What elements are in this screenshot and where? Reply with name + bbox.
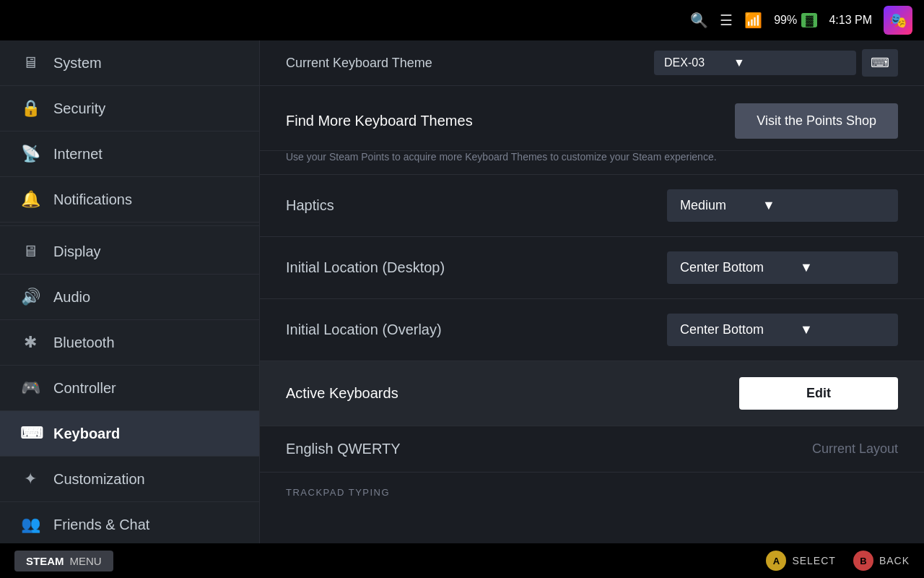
sidebar-item-audio[interactable]: 🔊 Audio bbox=[0, 275, 259, 320]
bluetooth-icon: ✱ bbox=[20, 333, 40, 352]
haptics-label: Haptics bbox=[286, 197, 334, 214]
find-more-row: Find More Keyboard Themes Visit the Poin… bbox=[260, 86, 924, 151]
initial-location-overlay-arrow-icon: ▼ bbox=[800, 322, 813, 337]
find-more-label: Find More Keyboard Themes bbox=[286, 113, 473, 129]
sidebar-item-system-label: System bbox=[53, 55, 102, 72]
bottom-controls: A SELECT B BACK bbox=[766, 551, 910, 571]
search-icon[interactable]: 🔍 bbox=[690, 12, 708, 29]
keyboard-theme-label: Current Keyboard Theme bbox=[286, 56, 432, 71]
b-button[interactable]: B bbox=[853, 551, 873, 571]
back-label: BACK bbox=[879, 555, 910, 566]
steam-menu-button[interactable]: STEAM MENU bbox=[14, 551, 113, 571]
battery-icon: ▓ bbox=[801, 13, 817, 27]
dropdown-arrow-icon: ▼ bbox=[733, 56, 745, 69]
haptics-row: Haptics Medium ▼ bbox=[260, 175, 924, 237]
signal-icon: 📶 bbox=[744, 12, 762, 29]
initial-location-overlay-dropdown[interactable]: Center Bottom ▼ bbox=[667, 314, 898, 346]
sidebar-divider bbox=[0, 225, 259, 226]
internet-icon: 📡 bbox=[20, 144, 40, 163]
keyboard-theme-dropdown[interactable]: DEX-03 ▼ bbox=[654, 51, 856, 75]
initial-location-overlay-value: Center Bottom bbox=[680, 322, 764, 337]
sidebar-item-security-label: Security bbox=[53, 100, 105, 117]
back-control: B BACK bbox=[853, 551, 910, 571]
visit-shop-button[interactable]: Visit the Points Shop bbox=[735, 103, 898, 139]
display-icon: 🖥 bbox=[20, 242, 40, 261]
keyboard-icon-button[interactable]: ⌨ bbox=[862, 49, 898, 77]
menu-icon[interactable]: ☰ bbox=[720, 12, 733, 29]
friends-icon: 👥 bbox=[20, 515, 40, 534]
a-button[interactable]: A bbox=[766, 551, 786, 571]
notifications-icon: 🔔 bbox=[20, 190, 40, 209]
initial-location-desktop-arrow-icon: ▼ bbox=[800, 260, 813, 275]
active-keyboards-row: Active Keyboards Edit bbox=[260, 361, 924, 426]
security-icon: 🔒 bbox=[20, 99, 40, 118]
select-control: A SELECT bbox=[766, 551, 835, 571]
initial-location-overlay-row: Initial Location (Overlay) Center Bottom… bbox=[260, 299, 924, 361]
active-keyboards-label: Active Keyboards bbox=[286, 385, 398, 402]
initial-location-desktop-label: Initial Location (Desktop) bbox=[286, 259, 445, 276]
battery-container: 99% ▓ bbox=[774, 13, 817, 27]
edit-button[interactable]: Edit bbox=[739, 377, 898, 410]
menu-label: MENU bbox=[70, 555, 102, 567]
avatar[interactable]: 🎭 bbox=[884, 6, 912, 35]
sidebar-item-notifications-label: Notifications bbox=[53, 191, 132, 208]
initial-location-desktop-row: Initial Location (Desktop) Center Bottom… bbox=[260, 237, 924, 299]
sidebar-item-notifications[interactable]: 🔔 Notifications bbox=[0, 177, 259, 223]
haptics-dropdown-arrow-icon: ▼ bbox=[762, 198, 775, 213]
system-icon: 🖥 bbox=[20, 53, 40, 72]
controller-icon: 🎮 bbox=[20, 379, 40, 397]
sidebar-item-internet-label: Internet bbox=[53, 146, 103, 163]
sidebar-item-customization-label: Customization bbox=[53, 471, 145, 488]
qwerty-row: English QWERTY Current Layout bbox=[260, 426, 924, 473]
qwerty-label: English QWERTY bbox=[286, 441, 401, 457]
sidebar-item-keyboard-label: Keyboard bbox=[53, 426, 120, 442]
keyboard-icon: ⌨ bbox=[20, 424, 40, 443]
battery-percent: 99% bbox=[774, 14, 797, 27]
find-more-desc: Use your Steam Points to acquire more Ke… bbox=[260, 151, 924, 175]
sidebar-item-friends-label: Friends & Chat bbox=[53, 517, 149, 533]
sidebar-item-bluetooth[interactable]: ✱ Bluetooth bbox=[0, 320, 259, 366]
sidebar-item-controller[interactable]: 🎮 Controller bbox=[0, 366, 259, 411]
sidebar-item-keyboard[interactable]: ⌨ Keyboard bbox=[0, 411, 259, 457]
bottombar: STEAM MENU A SELECT B BACK bbox=[0, 543, 924, 578]
haptics-dropdown[interactable]: Medium ▼ bbox=[667, 189, 898, 222]
sidebar-item-display[interactable]: 🖥 Display bbox=[0, 229, 259, 275]
topbar: 🔍 ☰ 📶 99% ▓ 4:13 PM 🎭 bbox=[0, 0, 924, 40]
sidebar-item-friends[interactable]: 👥 Friends & Chat bbox=[0, 502, 259, 543]
sidebar-item-system[interactable]: 🖥 System bbox=[0, 40, 259, 86]
sidebar: 🖥 System 🔒 Security 📡 Internet 🔔 Notific… bbox=[0, 40, 260, 543]
initial-location-desktop-dropdown[interactable]: Center Bottom ▼ bbox=[667, 251, 898, 284]
haptics-value: Medium bbox=[680, 198, 726, 213]
current-layout-label: Current Layout bbox=[812, 441, 898, 457]
sidebar-item-bluetooth-label: Bluetooth bbox=[53, 335, 115, 351]
sidebar-item-customization[interactable]: ✦ Customization bbox=[0, 457, 259, 502]
main-content: Current Keyboard Theme DEX-03 ▼ ⌨ Find M… bbox=[260, 40, 924, 543]
sidebar-item-controller-label: Controller bbox=[53, 380, 116, 397]
avatar-emoji: 🎭 bbox=[889, 12, 907, 29]
trackpad-typing-header: TRACKPAD TYPING bbox=[260, 473, 924, 505]
clock: 4:13 PM bbox=[829, 14, 872, 27]
sidebar-item-audio-label: Audio bbox=[53, 289, 90, 306]
steam-label: STEAM bbox=[26, 555, 64, 567]
sidebar-item-display-label: Display bbox=[53, 243, 101, 260]
keyboard-theme-row: Current Keyboard Theme DEX-03 ▼ ⌨ bbox=[260, 40, 924, 86]
select-label: SELECT bbox=[792, 555, 835, 566]
sidebar-item-security[interactable]: 🔒 Security bbox=[0, 86, 259, 131]
audio-icon: 🔊 bbox=[20, 288, 40, 306]
initial-location-overlay-label: Initial Location (Overlay) bbox=[286, 322, 442, 338]
sidebar-item-internet[interactable]: 📡 Internet bbox=[0, 131, 259, 177]
keyboard-theme-value: DEX-03 bbox=[664, 56, 705, 69]
initial-location-desktop-value: Center Bottom bbox=[680, 260, 764, 275]
layout: 🖥 System 🔒 Security 📡 Internet 🔔 Notific… bbox=[0, 40, 924, 543]
customization-icon: ✦ bbox=[20, 470, 40, 488]
